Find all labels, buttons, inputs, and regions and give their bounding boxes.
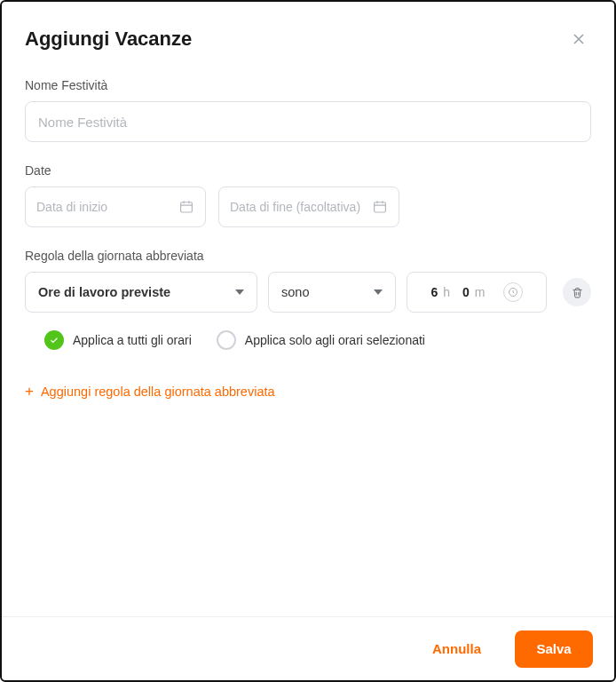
end-date-input[interactable]: Data di fine (facoltativa)	[218, 186, 399, 227]
modal-header: Aggiungi Vacanze	[25, 27, 591, 52]
svg-rect-1	[375, 202, 386, 212]
rule-row: Ore di lavoro previste sono 6 h 0 m	[25, 272, 591, 313]
radio-checked-icon	[44, 330, 64, 350]
rule-minutes-unit: m	[475, 285, 486, 299]
rule-time-input[interactable]: 6 h 0 m	[407, 272, 547, 313]
chevron-down-icon	[235, 289, 244, 295]
shortened-rule-group: Regola della giornata abbreviata Ore di …	[25, 249, 591, 350]
close-icon	[570, 30, 588, 48]
holiday-name-group: Nome Festività	[25, 78, 591, 142]
rule-condition-select[interactable]: sono	[268, 272, 396, 313]
rule-hours-value: 6	[430, 285, 438, 299]
calendar-icon	[372, 199, 388, 215]
end-date-placeholder: Data di fine (facoltativa)	[230, 200, 360, 214]
holiday-name-label: Nome Festività	[25, 78, 591, 92]
cancel-button[interactable]: Annulla	[413, 630, 501, 668]
modal-title: Aggiungi Vacanze	[25, 28, 192, 51]
modal-footer: Annulla Salva	[2, 616, 614, 680]
rule-type-value: Ore di lavoro previste	[38, 285, 170, 299]
delete-rule-button[interactable]	[563, 278, 591, 306]
apply-all-option[interactable]: Applica a tutti gli orari	[44, 330, 192, 350]
save-button[interactable]: Salva	[515, 630, 593, 668]
apply-all-label: Applica a tutti gli orari	[73, 333, 192, 347]
add-holiday-modal: Aggiungi Vacanze Nome Festività Date Dat…	[0, 0, 616, 682]
holiday-name-input[interactable]	[25, 101, 591, 142]
radio-unchecked-icon	[217, 330, 236, 350]
plus-icon: +	[25, 384, 34, 399]
date-row: Data di inizio Data di fine (facoltativa…	[25, 186, 591, 227]
svg-rect-0	[181, 202, 193, 212]
rule-type-select[interactable]: Ore di lavoro previste	[25, 272, 257, 313]
start-date-placeholder: Data di inizio	[36, 200, 107, 214]
dates-label: Date	[25, 163, 591, 178]
apply-options-row: Applica a tutti gli orari Applica solo a…	[25, 330, 591, 350]
modal-body: Aggiungi Vacanze Nome Festività Date Dat…	[2, 2, 614, 616]
rule-condition-value: sono	[281, 285, 309, 299]
close-button[interactable]	[566, 27, 591, 52]
dates-group: Date Data di inizio Data di fine (facolt…	[25, 163, 591, 227]
rule-minutes-value: 0	[462, 285, 470, 299]
chevron-down-icon	[374, 289, 383, 295]
rule-hours-unit: h	[443, 285, 450, 299]
clock-icon	[503, 282, 523, 302]
add-rule-label: Aggiungi regola della giornata abbreviat…	[41, 385, 275, 399]
apply-selected-option[interactable]: Applica solo agli orari selezionati	[217, 330, 425, 350]
shortened-rule-label: Regola della giornata abbreviata	[25, 249, 591, 263]
start-date-input[interactable]: Data di inizio	[25, 186, 206, 227]
apply-selected-label: Applica solo agli orari selezionati	[245, 333, 425, 347]
calendar-icon	[178, 199, 194, 215]
add-rule-button[interactable]: + Aggiungi regola della giornata abbrevi…	[25, 382, 275, 400]
trash-icon	[571, 286, 584, 299]
